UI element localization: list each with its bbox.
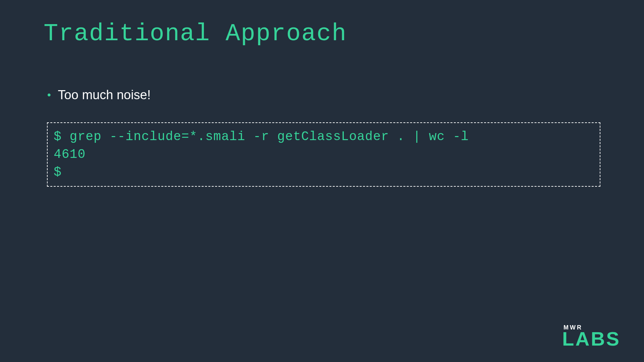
code-line-2: 4610 — [54, 147, 86, 162]
code-line-1: $ grep --include=*.smali -r getClassLoad… — [54, 129, 469, 144]
bullet-text: Too much noise! — [58, 88, 151, 102]
slide-title: Traditional Approach — [44, 20, 600, 48]
logo: MWR LABS — [562, 324, 621, 349]
slide-container: Traditional Approach • Too much noise! $… — [0, 0, 644, 362]
code-line-3: $ — [54, 165, 62, 179]
bullet-icon: • — [47, 89, 51, 101]
bullet-item: • Too much noise! — [44, 88, 600, 102]
code-block: $ grep --include=*.smali -r getClassLoad… — [47, 122, 600, 187]
logo-bottom-text: LABS — [562, 329, 621, 349]
